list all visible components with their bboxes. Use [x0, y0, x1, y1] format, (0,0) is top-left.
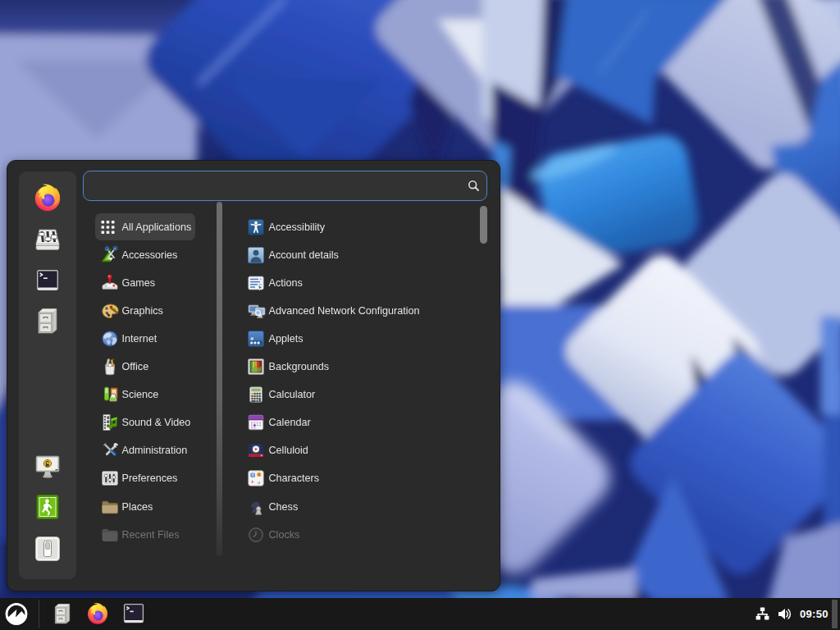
- svg-text:月: 月: [251, 472, 255, 478]
- svg-text:a: a: [258, 480, 260, 485]
- svg-text:+: +: [251, 479, 254, 485]
